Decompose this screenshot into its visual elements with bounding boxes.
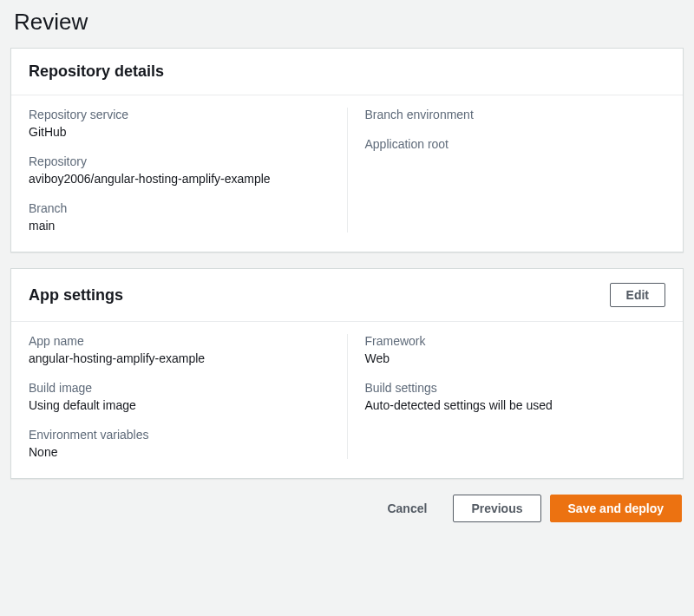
cancel-button[interactable]: Cancel bbox=[370, 495, 444, 521]
repository-details-panel: Repository details Repository service Gi… bbox=[10, 48, 684, 252]
edit-button[interactable]: Edit bbox=[610, 283, 665, 307]
build-image-value: Using default image bbox=[29, 398, 330, 412]
action-row: Cancel Previous Save and deploy bbox=[10, 495, 684, 522]
page-title: Review bbox=[14, 9, 684, 36]
environment-variables-value: None bbox=[29, 445, 330, 459]
build-settings-label: Build settings bbox=[365, 381, 666, 395]
repository-service-value: GitHub bbox=[29, 125, 330, 139]
save-and-deploy-button[interactable]: Save and deploy bbox=[550, 495, 682, 522]
build-settings-value: Auto-detected settings will be used bbox=[365, 398, 666, 412]
framework-value: Web bbox=[365, 351, 666, 365]
app-name-value: angular-hosting-amplify-example bbox=[29, 351, 330, 365]
branch-label: Branch bbox=[29, 201, 330, 215]
branch-environment-label: Branch environment bbox=[365, 108, 666, 121]
repository-details-heading: Repository details bbox=[29, 62, 164, 81]
app-settings-panel: App settings Edit App name angular-hosti… bbox=[10, 268, 684, 479]
app-settings-heading: App settings bbox=[29, 286, 123, 305]
branch-value: main bbox=[29, 219, 330, 233]
repository-service-label: Repository service bbox=[29, 108, 330, 121]
framework-label: Framework bbox=[365, 334, 666, 348]
app-settings-header: App settings Edit bbox=[11, 269, 683, 322]
application-root-label: Application root bbox=[365, 137, 666, 151]
build-image-label: Build image bbox=[29, 381, 330, 395]
app-name-label: App name bbox=[29, 334, 330, 348]
repository-value: aviboy2006/angular-hosting-amplify-examp… bbox=[29, 172, 330, 186]
previous-button[interactable]: Previous bbox=[453, 495, 540, 522]
repository-details-header: Repository details bbox=[11, 49, 683, 95]
repository-label: Repository bbox=[29, 154, 330, 168]
environment-variables-label: Environment variables bbox=[29, 428, 330, 442]
